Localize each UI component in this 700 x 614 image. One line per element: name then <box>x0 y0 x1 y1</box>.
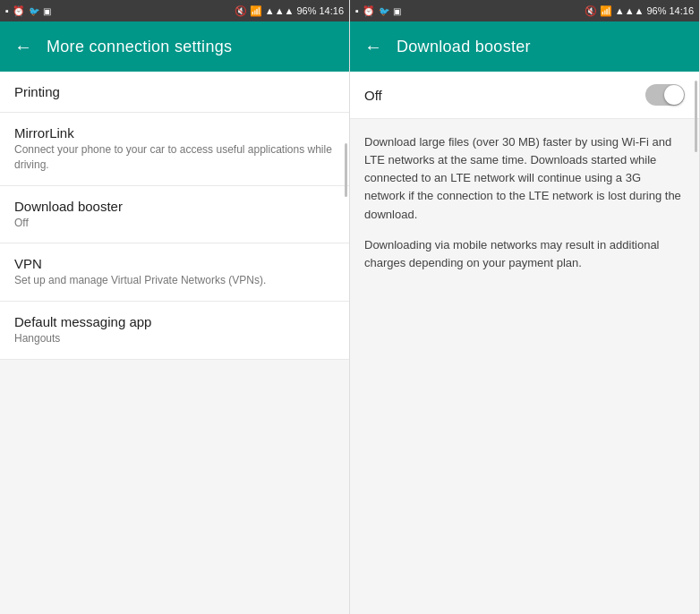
notification-icon: ▪ <box>5 5 9 16</box>
right-twitter-icon: 🐦 <box>379 6 389 16</box>
toggle-row[interactable]: Off <box>350 72 699 119</box>
signal-icon: ▲▲▲ <box>265 5 295 16</box>
right-notification-icon: ▪ <box>355 5 359 16</box>
right-back-button[interactable]: ← <box>364 37 382 57</box>
hdmi-icon: ▣ <box>43 6 51 16</box>
left-status-icons: ▪ ⏰ 🐦 ▣ <box>5 5 51 17</box>
mute-icon: 🔇 <box>235 5 247 17</box>
right-status-right: 🔇 📶 ▲▲▲ 96% 14:16 <box>585 5 694 17</box>
printing-title: Printing <box>14 84 60 99</box>
left-scroll-indicator <box>345 143 347 197</box>
description-paragraph-1: Download large files (over 30 MB) faster… <box>364 133 685 224</box>
mirrorlink-item[interactable]: MirrorLink Connect your phone to your ca… <box>0 113 349 186</box>
battery-text: 96% <box>296 5 316 16</box>
left-title: More connection settings <box>47 38 232 56</box>
right-signal-icon: ▲▲▲ <box>615 5 645 16</box>
left-status-right: 🔇 📶 ▲▲▲ 96% 14:16 <box>235 5 344 17</box>
vpn-title: VPN <box>14 256 335 271</box>
right-title: Download booster <box>397 38 531 56</box>
left-back-button[interactable]: ← <box>14 37 32 57</box>
left-status-bar: ▪ ⏰ 🐦 ▣ 🔇 📶 ▲▲▲ 96% 14:16 <box>0 0 349 21</box>
right-wifi-icon: 📶 <box>600 5 612 17</box>
right-content-wrapper: Off Download large files (over 30 MB) fa… <box>350 72 699 614</box>
messaging-title: Default messaging app <box>14 314 335 329</box>
right-mute-icon: 🔇 <box>585 5 597 17</box>
right-status-icons: ▪ ⏰ 🐦 ▣ <box>355 5 401 17</box>
toggle-knob <box>664 85 684 105</box>
vpn-item[interactable]: VPN Set up and manage Virtual Private Ne… <box>0 243 349 302</box>
left-content: Printing MirrorLink Connect your phone t… <box>0 72 349 614</box>
left-title-bar: ← More connection settings <box>0 21 349 72</box>
mirrorlink-title: MirrorLink <box>14 125 335 141</box>
description-paragraph-2: Downloading via mobile networks may resu… <box>364 236 685 272</box>
twitter-icon: 🐦 <box>29 6 39 16</box>
right-panel: ▪ ⏰ 🐦 ▣ 🔇 📶 ▲▲▲ 96% 14:16 ← Download boo… <box>350 0 700 614</box>
download-booster-title: Download booster <box>14 199 335 214</box>
right-time-text: 14:16 <box>669 5 694 16</box>
vpn-subtitle: Set up and manage Virtual Private Networ… <box>14 273 335 288</box>
mirrorlink-subtitle: Connect your phone to your car to access… <box>14 142 335 173</box>
right-alarm-icon: ⏰ <box>363 5 375 17</box>
alarm-icon: ⏰ <box>13 5 25 17</box>
toggle-label: Off <box>364 88 382 103</box>
wifi-icon: 📶 <box>250 5 262 17</box>
download-booster-toggle[interactable] <box>645 84 685 106</box>
printing-item[interactable]: Printing <box>0 72 349 113</box>
right-status-bar: ▪ ⏰ 🐦 ▣ 🔇 📶 ▲▲▲ 96% 14:16 <box>350 0 699 21</box>
right-title-bar: ← Download booster <box>350 21 699 72</box>
right-content: Off Download large files (over 30 MB) fa… <box>350 72 699 286</box>
right-scroll-indicator <box>695 81 697 152</box>
right-hdmi-icon: ▣ <box>393 6 401 16</box>
right-battery-text: 96% <box>646 5 666 16</box>
description-block: Download large files (over 30 MB) faster… <box>350 119 699 286</box>
left-panel: ▪ ⏰ 🐦 ▣ 🔇 📶 ▲▲▲ 96% 14:16 ← More connect… <box>0 0 350 614</box>
download-booster-subtitle: Off <box>14 216 335 231</box>
download-booster-item[interactable]: Download booster Off <box>0 186 349 244</box>
time-text: 14:16 <box>319 5 344 16</box>
messaging-app-item[interactable]: Default messaging app Hangouts <box>0 302 349 360</box>
messaging-subtitle: Hangouts <box>14 331 335 346</box>
